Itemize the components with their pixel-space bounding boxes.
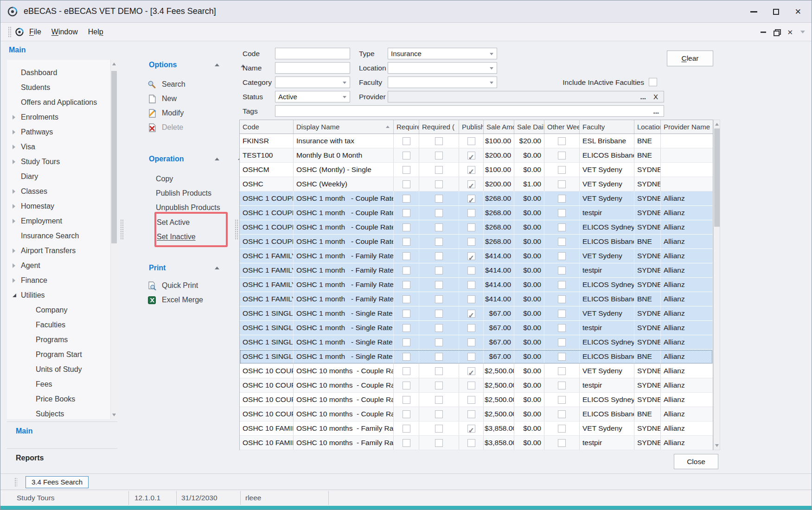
required2-checkbox[interactable] xyxy=(435,310,443,318)
sidebar-item[interactable]: Dashboard xyxy=(7,65,117,80)
unpublish-products-button[interactable]: Unpublish Products xyxy=(156,204,220,212)
column-header-required[interactable]: Required xyxy=(394,120,419,134)
required2-checkbox[interactable] xyxy=(435,382,443,389)
required2-checkbox[interactable] xyxy=(435,166,443,174)
column-header-display-name[interactable]: Display Name xyxy=(294,120,394,134)
toolbar-grip[interactable] xyxy=(8,26,11,38)
required2-checkbox[interactable] xyxy=(435,338,443,346)
delete-button[interactable]: Delete xyxy=(162,123,183,132)
publish-products-button[interactable]: Publish Products xyxy=(156,189,211,198)
publish-checkbox[interactable] xyxy=(467,238,475,246)
other-week-checkbox[interactable] xyxy=(558,425,566,433)
new-button[interactable]: New xyxy=(162,95,177,103)
required2-checkbox[interactable] xyxy=(435,252,443,260)
collapse-operation-icon[interactable] xyxy=(215,158,219,160)
publish-checkbox[interactable] xyxy=(467,295,475,303)
quick-print-button[interactable]: Quick Print xyxy=(162,281,198,290)
table-row[interactable]: OSHC 1 SINGLE OSHC 1 month - Single Rate… xyxy=(240,350,713,364)
sidebar-item[interactable]: Employment xyxy=(7,214,117,229)
include-inactive-checkbox[interactable] xyxy=(649,78,657,86)
faculty-select[interactable] xyxy=(388,76,497,88)
chevron-right-icon[interactable] xyxy=(13,159,15,164)
required-checkbox[interactable] xyxy=(403,195,410,203)
required2-checkbox[interactable] xyxy=(435,223,443,231)
grid-scrollbar[interactable] xyxy=(713,120,720,450)
options-group-title[interactable]: Options xyxy=(149,61,177,69)
chevron-right-icon[interactable] xyxy=(13,219,15,223)
chevron-right-icon[interactable] xyxy=(13,263,15,268)
column-header-other-week[interactable]: Other Wee xyxy=(544,120,580,134)
required-checkbox[interactable] xyxy=(403,310,410,318)
category-select[interactable] xyxy=(275,76,350,88)
chevron-down-icon[interactable] xyxy=(490,67,493,70)
other-week-checkbox[interactable] xyxy=(558,382,566,389)
required-checkbox[interactable] xyxy=(403,367,410,375)
publish-checkbox[interactable] xyxy=(467,439,475,447)
required-checkbox[interactable] xyxy=(403,324,410,332)
required-checkbox[interactable] xyxy=(403,238,410,246)
mdi-close-icon[interactable]: ✕ xyxy=(787,29,793,36)
publish-checkbox[interactable] xyxy=(467,310,475,318)
clear-button[interactable]: Clear xyxy=(667,51,713,66)
scroll-down-icon[interactable] xyxy=(715,444,719,447)
other-week-checkbox[interactable] xyxy=(558,310,566,318)
required2-checkbox[interactable] xyxy=(435,209,443,217)
publish-checkbox[interactable] xyxy=(467,324,475,332)
required2-checkbox[interactable] xyxy=(435,324,443,332)
table-row[interactable]: OSHC 1 FAMILY OSHC 1 month - Family Rate… xyxy=(240,278,713,292)
table-row[interactable]: OSHC 1 FAMILY OSHC 1 month - Family Rate… xyxy=(240,292,713,306)
menu-item[interactable]: Window xyxy=(46,26,83,38)
column-header-sale-amount[interactable]: Sale Amo xyxy=(484,120,514,134)
splitter-grip[interactable] xyxy=(235,219,238,240)
sidebar-footer-reports[interactable]: Reports xyxy=(7,448,117,467)
other-week-checkbox[interactable] xyxy=(558,267,566,274)
publish-checkbox[interactable] xyxy=(467,267,475,274)
sidebar-item[interactable]: Agent xyxy=(7,258,117,273)
required-checkbox[interactable] xyxy=(403,137,410,145)
window-list-dropdown-icon[interactable] xyxy=(800,31,805,33)
required2-checkbox[interactable] xyxy=(435,238,443,246)
required2-checkbox[interactable] xyxy=(435,281,443,289)
sidebar-item[interactable]: Insurance Search xyxy=(7,229,117,243)
collapse-print-icon[interactable] xyxy=(215,267,219,269)
publish-checkbox[interactable] xyxy=(467,382,475,389)
required-checkbox[interactable] xyxy=(403,338,410,346)
required-checkbox[interactable] xyxy=(403,267,410,274)
column-header-publish[interactable]: Publish xyxy=(459,120,484,134)
table-row[interactable]: OSHC 1 SINGLE OSHC 1 month - Single Rate… xyxy=(240,321,713,335)
sidebar-item[interactable]: Units of Study xyxy=(7,362,117,377)
other-week-checkbox[interactable] xyxy=(558,295,566,303)
required2-checkbox[interactable] xyxy=(435,152,443,159)
column-header-location[interactable]: Location xyxy=(634,120,661,134)
required-checkbox[interactable] xyxy=(403,252,410,260)
required-checkbox[interactable] xyxy=(403,223,410,231)
required2-checkbox[interactable] xyxy=(435,410,443,418)
table-row[interactable]: OSHC 1 FAMILY OSHC 1 month - Family Rate… xyxy=(240,263,713,278)
other-week-checkbox[interactable] xyxy=(558,166,566,174)
table-row[interactable]: OSHC 1 COUPLE OSHC 1 month - Couple Rate… xyxy=(240,235,713,249)
required-checkbox[interactable] xyxy=(403,281,410,289)
sidebar-item[interactable]: Fees xyxy=(7,377,117,392)
required-checkbox[interactable] xyxy=(403,295,410,303)
search-button[interactable]: Search xyxy=(162,80,185,89)
sidebar-item[interactable]: Price Books xyxy=(7,392,117,407)
required2-checkbox[interactable] xyxy=(435,195,443,203)
sidebar-footer-main[interactable]: Main xyxy=(7,421,117,440)
publish-checkbox[interactable] xyxy=(467,195,475,203)
table-row[interactable]: OSHC 1 COUPLE OSHC 1 month - Couple Rate… xyxy=(240,206,713,220)
operation-group-title[interactable]: Operation xyxy=(149,155,184,163)
publish-checkbox[interactable] xyxy=(467,396,475,404)
tags-browse-button[interactable]: ... xyxy=(653,106,659,116)
collapse-options-icon[interactable] xyxy=(215,64,219,66)
table-row[interactable]: OSHC 10 FAMILY OSHC 10 months - Family R… xyxy=(240,421,713,436)
other-week-checkbox[interactable] xyxy=(558,137,566,145)
chevron-right-icon[interactable] xyxy=(13,249,15,253)
required2-checkbox[interactable] xyxy=(435,353,443,361)
splitter-grip[interactable] xyxy=(120,219,124,240)
close-button-icon[interactable]: ✕ xyxy=(795,8,801,16)
table-row[interactable]: OSHC 10 FAMILY OSHC 10 months - Family R… xyxy=(240,436,713,450)
sidebar-item[interactable]: Subjects xyxy=(7,407,117,419)
other-week-checkbox[interactable] xyxy=(558,353,566,361)
chevron-expanded-icon[interactable] xyxy=(13,293,16,297)
publish-checkbox[interactable] xyxy=(467,338,475,346)
